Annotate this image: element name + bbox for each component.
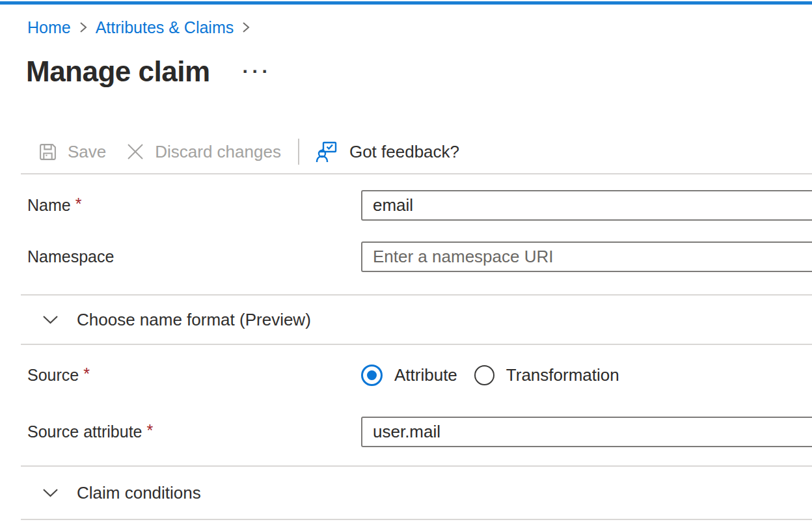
- source-radio-group: Attribute Transformation: [361, 365, 619, 386]
- label-text: Source: [27, 366, 79, 384]
- radio-button-icon: [474, 365, 494, 385]
- source-attribute-input[interactable]: [361, 417, 812, 447]
- radio-dot: [367, 370, 377, 380]
- chevron-down-icon: [42, 314, 59, 325]
- toolbar-divider: [298, 139, 299, 165]
- section-divider: [21, 519, 812, 520]
- discard-changes-label: Discard changes: [155, 142, 281, 162]
- source-attribute-field-label: Source attribute*: [27, 422, 361, 441]
- section-divider: [21, 344, 812, 345]
- namespace-field-wrap: [361, 241, 812, 272]
- namespace-field-row: Namespace: [27, 241, 812, 272]
- chevron-right-icon: [241, 20, 250, 35]
- discard-changes-button[interactable]: Discard changes: [126, 142, 281, 162]
- close-x-icon: [126, 142, 145, 161]
- label-text: Name: [27, 196, 71, 214]
- command-bar: Save Discard changes Got feedback?: [26, 137, 812, 166]
- page-header: Manage claim ···: [26, 56, 812, 87]
- name-input[interactable]: [361, 190, 812, 221]
- radio-button-icon: [361, 365, 383, 386]
- radio-option-transformation[interactable]: Transformation: [474, 365, 619, 385]
- toolbar-bottom-divider: [21, 173, 812, 174]
- breadcrumb-link-home[interactable]: Home: [27, 18, 71, 36]
- label-text: Namespace: [27, 247, 114, 266]
- namespace-field-label: Namespace: [27, 247, 361, 266]
- chevron-right-icon: [79, 20, 88, 35]
- name-field-wrap: [361, 190, 812, 221]
- radio-label: Transformation: [506, 365, 619, 385]
- source-attribute-field-row: Source attribute*: [27, 417, 812, 447]
- name-field-label: Name*: [27, 196, 361, 215]
- page-title: Manage claim: [26, 56, 210, 87]
- breadcrumb-link-attributes-claims[interactable]: Attributes & Claims: [96, 18, 234, 36]
- chevron-down-icon: [42, 488, 59, 498]
- section-label: Claim conditions: [77, 483, 201, 503]
- got-feedback-label: Got feedback?: [349, 142, 459, 162]
- radio-label: Attribute: [394, 365, 457, 385]
- name-field-row: Name*: [27, 190, 812, 221]
- more-options-icon[interactable]: ···: [240, 62, 275, 81]
- section-choose-name-format[interactable]: Choose name format (Preview): [26, 296, 812, 344]
- source-attribute-field-wrap: [361, 417, 812, 447]
- section-claim-conditions[interactable]: Claim conditions: [26, 467, 812, 519]
- feedback-person-icon: [315, 139, 340, 164]
- required-asterisk: *: [147, 421, 154, 439]
- namespace-input[interactable]: [361, 241, 812, 272]
- save-label: Save: [68, 142, 106, 162]
- save-icon: [38, 142, 58, 162]
- save-button[interactable]: Save: [38, 142, 106, 162]
- label-text: Source attribute: [27, 422, 142, 441]
- window-top-accent-stripe: [0, 1, 812, 5]
- required-asterisk: *: [83, 365, 90, 383]
- required-asterisk: *: [75, 195, 82, 213]
- section-label: Choose name format (Preview): [77, 310, 311, 330]
- radio-option-attribute[interactable]: Attribute: [361, 365, 457, 386]
- got-feedback-button[interactable]: Got feedback?: [315, 139, 459, 164]
- breadcrumb: Home Attributes & Claims: [27, 18, 812, 36]
- source-field-row: Source* Attribute Transformation: [27, 362, 812, 388]
- source-field-label: Source*: [27, 366, 361, 385]
